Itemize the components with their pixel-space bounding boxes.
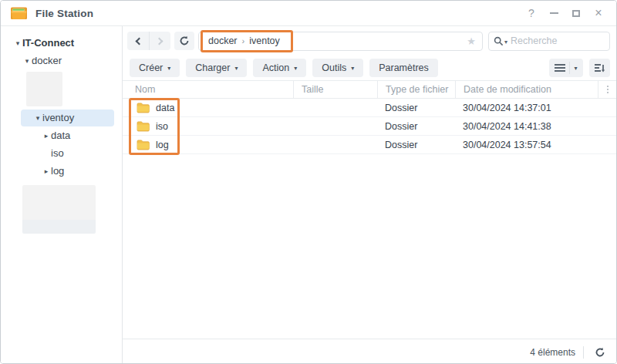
column-header-type[interactable]: Type de fichier [377,81,455,98]
maximize-icon [572,10,580,17]
tree-item-it-connect[interactable]: IT-Connect [1,34,122,52]
file-type: Dossier [377,140,455,150]
chevron-left-icon [136,37,143,45]
breadcrumb-current[interactable]: iventoy [249,35,280,46]
dropdown-caret-icon [234,65,238,72]
minimize-button[interactable] [545,5,562,22]
divider [583,346,584,359]
collapse-caret-icon[interactable] [22,57,32,65]
file-name: log [156,140,169,150]
table-row[interactable]: iso Dossier 30/04/2024 14:41:38 [123,117,616,136]
column-header-date[interactable]: Date de modification [455,81,598,98]
title-bar: File Station ? × [1,1,616,26]
refresh-button[interactable] [174,32,194,50]
chevron-right-icon [155,37,163,45]
tree-item-label: iventoy [42,112,74,123]
list-view-icon [555,64,565,72]
forward-button-disabled[interactable] [149,32,170,50]
close-button[interactable]: × [590,5,607,22]
breadcrumb: docker › iventoy [208,35,280,46]
minimize-icon [550,12,558,14]
tree-item-label: log [51,165,64,177]
search-box[interactable] [488,32,610,51]
status-bar: 4 éléments [123,339,616,364]
selected-highlight: iventoy [21,110,114,126]
breadcrumb-path-bar[interactable]: docker › iventoy [198,32,483,51]
dropdown-caret-icon [167,65,170,72]
table-row[interactable]: data Dossier 30/04/2024 14:37:01 [123,99,616,117]
folder-tree-sidebar: IT-Connect docker iventoy data iso [1,26,123,364]
file-name-cell[interactable]: iso [123,121,293,132]
dropdown-caret-icon [351,65,354,72]
tree-item-log[interactable]: log [1,162,122,180]
file-name-cell[interactable]: data [123,103,293,113]
tree-item-docker[interactable]: docker [1,52,122,69]
search-icon [494,36,504,46]
back-button[interactable] [127,32,149,50]
redacted-blur [26,72,62,106]
search-scope-caret-icon[interactable] [504,39,507,46]
folder-icon [137,121,150,132]
tree-item-iventoy-selected[interactable]: iventoy [1,109,122,126]
dropdown-caret-icon [574,65,577,72]
file-name: data [156,103,174,113]
items-count: 4 éléments [530,347,575,358]
action-button[interactable]: Action [253,59,306,77]
tools-button[interactable]: Outils [312,59,363,77]
button-label: Outils [322,62,346,73]
upload-button[interactable]: Charger [186,59,247,77]
view-mode-button[interactable] [549,59,583,77]
tree-item-label: IT-Connect [22,37,74,49]
divider [569,62,570,74]
table-row[interactable]: log Dossier 30/04/2024 13:57:54 [123,136,616,154]
file-date: 30/04/2024 14:41:38 [455,121,598,132]
file-station-window: File Station ? × IT-Connect docker ivent… [0,0,617,364]
collapse-caret-icon[interactable] [13,39,22,47]
breadcrumb-separator: › [242,36,245,46]
collapse-caret-icon[interactable] [33,114,42,122]
column-header-name[interactable]: Nom [123,81,293,98]
refresh-list-button[interactable] [592,344,609,361]
redacted-blur [22,185,96,234]
create-button[interactable]: Créer [130,59,180,77]
navigation-bar: docker › iventoy [123,26,616,56]
tree-item-label: iso [51,147,64,159]
button-label: Créer [139,62,163,73]
breadcrumb-root[interactable]: docker [208,35,238,46]
file-list: data Dossier 30/04/2024 14:37:01 iso [123,99,616,154]
search-input[interactable] [511,35,605,46]
tree-item-data[interactable]: data [1,126,122,144]
file-date: 30/04/2024 14:37:01 [455,103,598,113]
app-title: File Station [35,8,93,19]
history-nav-group [127,32,170,50]
file-type: Dossier [377,103,455,113]
tree-item-iso[interactable]: iso [1,144,122,162]
help-button[interactable]: ? [523,5,540,22]
button-label: Action [262,62,289,73]
refresh-icon [179,35,190,46]
settings-button[interactable]: Paramètres [369,59,438,77]
folder-icon [137,103,150,113]
file-name-cell[interactable]: log [123,140,293,150]
sort-icon [594,63,605,73]
expand-caret-icon[interactable] [42,132,51,140]
file-date: 30/04/2024 13:57:54 [455,140,598,150]
file-type: Dossier [377,121,455,132]
main-panel: docker › iventoy [123,26,616,364]
button-label: Charger [195,62,230,73]
empty-area [123,154,616,339]
folder-icon [137,140,150,150]
dropdown-caret-icon [294,65,297,72]
maximize-button[interactable] [568,5,585,22]
column-options-button[interactable] [598,81,616,98]
file-station-app-icon [10,5,29,21]
tree-item-label: data [51,130,70,141]
expand-caret-icon[interactable] [42,167,51,175]
file-name: iso [156,121,168,132]
table-header: Nom Taille Type de fichier Date de modif… [123,80,616,99]
vertical-dots-icon [607,86,609,93]
refresh-icon [595,347,605,358]
sort-button[interactable] [589,59,610,77]
favorite-star-icon[interactable] [467,35,476,47]
column-header-size[interactable]: Taille [293,81,377,98]
